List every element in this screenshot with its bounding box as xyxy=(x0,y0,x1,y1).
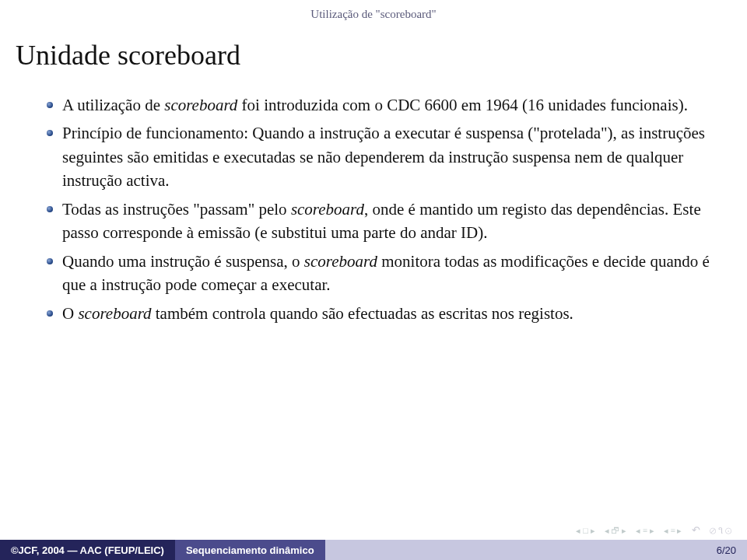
nav-next-icon[interactable]: ◂ ≡ ▸ xyxy=(664,526,682,536)
slide-content: A utilização de scoreboard foi introduzi… xyxy=(47,93,716,330)
section-label: Utilização de "scoreboard" xyxy=(0,8,747,21)
nav-back-icon[interactable]: ↶ xyxy=(692,524,700,537)
nav-controls: ◂ □ ▸ ◂ 🗗 ▸ ◂ ≡ ▸ ◂ ≡ ▸ ↶ ⊘ ૧ ⊙ xyxy=(576,524,731,537)
footer-bar: ©JCF, 2004 — AAC (FEUP/LEIC) Sequenciame… xyxy=(0,540,747,560)
bullet-item: O scoreboard também controla quando são … xyxy=(47,302,716,325)
page-title: Unidade scoreboard xyxy=(16,39,240,72)
nav-up-icon[interactable]: ◂ ≡ ▸ xyxy=(636,526,654,536)
nav-prev-icon[interactable]: ◂ 🗗 ▸ xyxy=(605,526,627,536)
bullet-item: Todas as instruções "passam" pelo scoreb… xyxy=(47,198,716,245)
bullet-item: Princípio de funcionamento: Quando a ins… xyxy=(47,121,716,192)
nav-search-icon[interactable]: ⊘ ૧ ⊙ xyxy=(710,524,732,537)
footer-author: ©JCF, 2004 — AAC (FEUP/LEIC) xyxy=(0,540,175,560)
bullet-item: Quando uma instrução é suspensa, o score… xyxy=(47,250,716,297)
footer-page: 6/20 xyxy=(325,540,747,560)
bullet-item: A utilização de scoreboard foi introduzi… xyxy=(47,93,716,117)
nav-first-icon[interactable]: ◂ □ ▸ xyxy=(576,526,594,536)
footer-title: Sequenciamento dinâmico xyxy=(175,540,325,560)
